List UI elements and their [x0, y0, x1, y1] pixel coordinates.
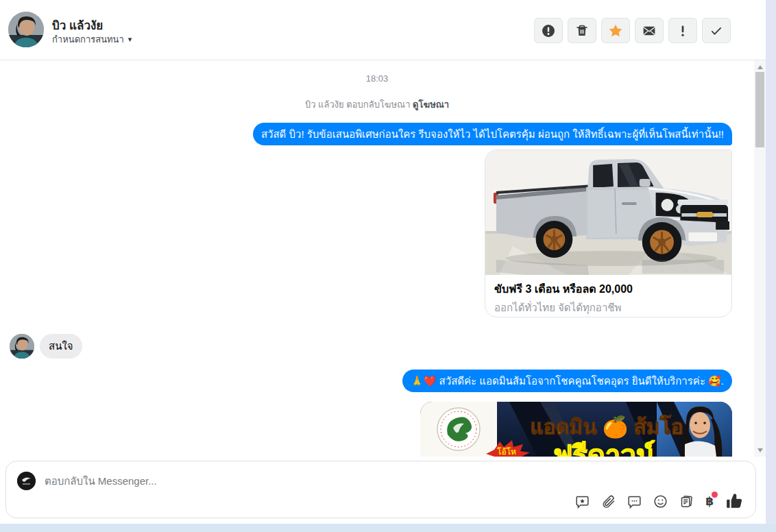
payment-icon[interactable]: ฿	[705, 496, 714, 507]
star-icon	[608, 23, 623, 38]
check-icon	[710, 24, 723, 38]
promo-banner-graphic: แอดมิน 🍊 ส้มโอ โอ้โห ฟรีดาวน์	[420, 402, 732, 457]
messenger-inbox-window: บิว แล้วงัย กำหนดการสนทนา ▾	[0, 0, 776, 532]
message-scroll-area[interactable]: 18:03 บิว แล้วงัย ตอบกลับโฆษณา ดูโฆษณา ส…	[0, 61, 754, 457]
pickup-truck-photo	[485, 150, 731, 275]
triangle-down-icon	[757, 448, 763, 452]
triangle-up-icon	[757, 65, 763, 69]
chevron-down-icon: ▾	[128, 35, 132, 44]
avatar-photo-small	[10, 334, 34, 359]
page-background-bottom	[0, 524, 776, 532]
saved-replies-icon[interactable]	[575, 494, 590, 509]
comment-dots-icon[interactable]	[627, 494, 642, 509]
like-thumb-icon[interactable]	[725, 492, 743, 510]
mark-as-spam-button[interactable]	[534, 18, 563, 43]
ad-attachment-card[interactable]: ขับฟรี 3 เดือน หรือลด 20,000 ออกได้ทั่วไ…	[485, 149, 732, 317]
incoming-message-row: สนใจ	[10, 334, 82, 359]
envelope-icon	[642, 24, 656, 38]
banner-headline-text: แอดมิน 🍊 ส้มโอ	[530, 414, 683, 439]
notification-dot	[712, 492, 718, 498]
flag-followup-button[interactable]	[668, 18, 697, 43]
promo-banner-image[interactable]: แอดมิน 🍊 ส้มโอ โอ้โห ฟรีดาวน์	[420, 402, 732, 457]
scroll-down-arrow[interactable]	[754, 445, 766, 455]
paperclip-icon[interactable]	[601, 494, 616, 509]
contact-avatar	[8, 12, 44, 47]
outgoing-message-bubble-2: 🙏❤️ สวัสดีค่ะ แอดมินส้มโอจากโชคคูณโชคอุด…	[402, 370, 732, 392]
mark-unread-button[interactable]	[635, 18, 664, 43]
ad-card-info: ขับฟรี 3 เดือน หรือลด 20,000 ออกได้ทั่วไ…	[485, 275, 731, 317]
composer-toolbar: ฿	[575, 492, 743, 510]
context-text: บิว แล้วงัย ตอบกลับโฆษณา	[305, 99, 413, 110]
scroll-up-arrow[interactable]	[754, 62, 766, 72]
scrollbar-thumb[interactable]	[755, 72, 764, 147]
outgoing-message-bubble: สวัสดี บิว! รับข้อเสนอพิเศษก่อนใคร รีบจอ…	[253, 123, 732, 145]
ad-card-title: ขับฟรี 3 เดือน หรือลด 20,000	[494, 280, 723, 298]
reply-composer: ฿	[5, 461, 756, 518]
schedule-label: กำหนดการสนทนา	[52, 32, 124, 47]
alert-circle-icon	[542, 24, 555, 38]
sender-avatar	[10, 334, 34, 359]
page-avatar	[17, 472, 36, 490]
reply-input[interactable]	[45, 471, 483, 490]
view-ad-link[interactable]: ดูโฆษณา	[413, 99, 449, 110]
templates-icon[interactable]	[679, 494, 694, 509]
page-logo-icon	[17, 472, 36, 490]
mark-done-button[interactable]	[702, 18, 731, 43]
page-background-right	[766, 0, 776, 524]
contact-name: บิว แล้วงัย	[52, 16, 103, 34]
ad-card-subtitle: ออกได้ทั่วไทย จัดได้ทุกอาชีพ	[494, 300, 723, 316]
avatar-photo	[8, 12, 44, 47]
ad-reply-context: บิว แล้วงัย ตอบกลับโฆษณา ดูโฆษณา	[0, 97, 754, 112]
incoming-message-bubble: สนใจ	[40, 334, 82, 359]
chat-scrollbar[interactable]	[754, 60, 766, 457]
exclamation-icon	[676, 24, 690, 38]
timestamp: 18:03	[0, 73, 754, 84]
conversation-header: บิว แล้วงัย กำหนดการสนทนา ▾	[0, 0, 766, 60]
banner-burst-text: โอ้โห	[496, 446, 516, 457]
banner-subhead-text: ฟรีดาวน์	[553, 440, 655, 457]
header-action-bar	[534, 18, 731, 43]
trash-icon	[575, 24, 589, 38]
delete-button[interactable]	[568, 18, 596, 43]
emoji-icon[interactable]	[653, 494, 668, 509]
star-button[interactable]	[601, 18, 630, 43]
conversation-schedule-dropdown[interactable]: กำหนดการสนทนา ▾	[52, 32, 132, 47]
